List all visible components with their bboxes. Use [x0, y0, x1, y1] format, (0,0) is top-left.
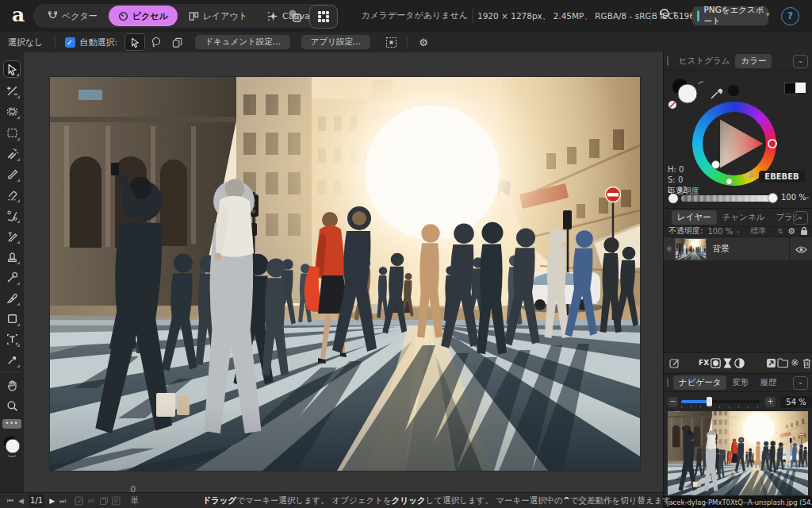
opacity-slider-knob[interactable] [768, 193, 778, 203]
erase-brush-tool[interactable] [3, 186, 21, 203]
opacity-dropdown-chevron[interactable]: ⌄ [805, 193, 810, 200]
panel-drag-handle[interactable] [667, 378, 668, 387]
more-tools-button[interactable]: ••• [2, 419, 21, 429]
persona-overflow-menu[interactable]: ⋮ [263, 6, 274, 25]
export-dropdown-chevron[interactable]: ▾ [766, 10, 770, 18]
opacity-slider-track[interactable] [681, 195, 773, 202]
fg-bg-color-swatch[interactable] [2, 435, 21, 459]
persona-tab-vector[interactable]: ベクター [38, 6, 107, 26]
marquee-tool[interactable] [3, 124, 21, 141]
panel-menu-chevron[interactable]: ⌄ [793, 55, 808, 68]
crop-tool[interactable] [3, 82, 21, 99]
tab-layers[interactable]: レイヤー [672, 210, 717, 225]
separator [789, 237, 790, 261]
export-png-button[interactable]: PNGをエクスポート [692, 6, 768, 25]
app-settings-button[interactable]: アプリ設定... [301, 35, 370, 49]
tab-histogram[interactable]: ヒストグラム [673, 54, 735, 68]
smudge-brush-tool[interactable] [3, 227, 21, 244]
preflight-icon[interactable] [75, 495, 83, 506]
pen-tool[interactable] [3, 289, 21, 306]
hex-value-field[interactable]: EBEBEB [759, 171, 805, 183]
paint-brush-tool[interactable] [3, 165, 21, 183]
group-layers-folder-icon[interactable] [777, 356, 789, 370]
panel-drag-handle[interactable] [667, 56, 668, 66]
triangle-knob[interactable] [711, 160, 720, 169]
settings-gear-button[interactable]: ⚙ [416, 34, 431, 50]
document-canvas-area[interactable] [24, 52, 663, 492]
persona-tab-layout[interactable]: レイアウト [179, 6, 257, 26]
next-page-button[interactable]: ▶ [47, 497, 57, 505]
select-duplicate-mode-button[interactable] [167, 34, 186, 50]
tab-history[interactable]: 履歴 [754, 375, 782, 390]
zoom-tool[interactable] [3, 397, 21, 414]
duplicate-icon[interactable] [99, 495, 109, 506]
tab-color[interactable]: カラー [735, 54, 772, 68]
undo-history-icon[interactable] [658, 7, 670, 19]
blend-stepper[interactable]: ⇅ [777, 228, 783, 235]
separator [407, 36, 408, 48]
help-button[interactable]: ? [781, 7, 799, 25]
layer-opacity-value[interactable]: 100 % [703, 227, 733, 236]
hue-marker[interactable] [768, 139, 777, 148]
navigator-thumbnail[interactable] [668, 411, 808, 495]
affinity-logo[interactable]: a [8, 5, 29, 25]
clone-stamp-tool[interactable] [3, 248, 21, 265]
lock-icon[interactable] [800, 226, 808, 236]
panel-menu-chevron[interactable]: ⌄ [793, 376, 808, 390]
select-object-mode-button[interactable] [147, 34, 166, 50]
persona-tab-pixel[interactable]: ピクセル [109, 6, 178, 26]
layer-settings-gear-icon[interactable]: ⚙ [783, 227, 800, 236]
layer-visibility-eye-icon[interactable] [795, 245, 807, 254]
selection-brush-tool[interactable] [3, 102, 21, 120]
color-swatch-icon [2, 435, 21, 459]
assistant-grid-button[interactable] [383, 34, 399, 50]
zoom-in-button[interactable]: + [765, 397, 776, 407]
layer-row-background[interactable]: ※ 背景 [664, 237, 812, 262]
select-cursor-mode-button[interactable] [124, 33, 145, 51]
layer-thumbnail[interactable] [675, 238, 707, 260]
document-settings-button[interactable]: ドキュメント設定... [195, 35, 290, 49]
canvas-photo[interactable] [50, 77, 640, 471]
undo-dropdown-chevron[interactable]: ▾ [673, 10, 676, 17]
edit-layer-icon[interactable] [668, 356, 680, 370]
frame-text-tool[interactable] [3, 330, 21, 348]
page-indicator[interactable]: 1/1 [29, 495, 44, 507]
hand-icon [6, 379, 18, 391]
mask-layer-icon[interactable] [710, 356, 722, 370]
layers-empty-area[interactable] [664, 260, 812, 352]
translate-button[interactable]: A [284, 5, 306, 27]
link-icon[interactable] [86, 495, 96, 506]
adjustment-layer-icon[interactable] [722, 356, 733, 370]
notes-icon[interactable] [112, 495, 121, 506]
zoom-slider-track[interactable] [681, 400, 760, 403]
contrast-swatch-black[interactable] [784, 83, 796, 94]
first-page-button[interactable]: ⏮ [5, 497, 16, 506]
tab-navigator[interactable]: ナビゲータ [673, 375, 726, 390]
panel-menu-chevron[interactable]: ⌄ [793, 211, 808, 225]
previous-page-button[interactable]: ◀ [16, 497, 26, 505]
layer-name[interactable]: 背景 [707, 244, 730, 255]
blur-brush-tool[interactable] [3, 268, 21, 286]
color-picker-tool[interactable] [3, 351, 21, 368]
contrast-swatch-white[interactable] [795, 83, 806, 93]
auto-select-checkbox[interactable]: ✓ [65, 37, 75, 48]
layer-opacity-chevron[interactable]: ⌄ [733, 228, 741, 234]
live-filter-icon[interactable]: ※ [789, 356, 801, 370]
last-page-button[interactable]: ⏭ [57, 497, 68, 506]
move-tool[interactable] [3, 60, 21, 78]
dodge-brush-tool[interactable] [3, 206, 21, 224]
tab-channels[interactable]: チャンネル [717, 210, 771, 225]
delete-layer-trash-icon[interactable] [801, 356, 812, 370]
blend-mode-select[interactable]: 標準 [741, 225, 766, 237]
live-adjustment-icon[interactable] [733, 356, 745, 370]
pixel-brush-tool[interactable] [3, 144, 21, 162]
workspace-toggle-button[interactable] [309, 5, 338, 29]
place-image-icon[interactable] [765, 356, 777, 370]
zoom-slider-ticks [681, 406, 760, 408]
pan-tool[interactable] [3, 376, 21, 394]
zoom-value-field[interactable]: 54 % [780, 396, 812, 408]
shape-tool[interactable] [3, 310, 21, 327]
layer-effects-fx-button[interactable]: FX [698, 356, 710, 370]
zoom-out-button[interactable]: − [668, 397, 678, 407]
tab-transform[interactable]: 変形 [726, 375, 754, 390]
